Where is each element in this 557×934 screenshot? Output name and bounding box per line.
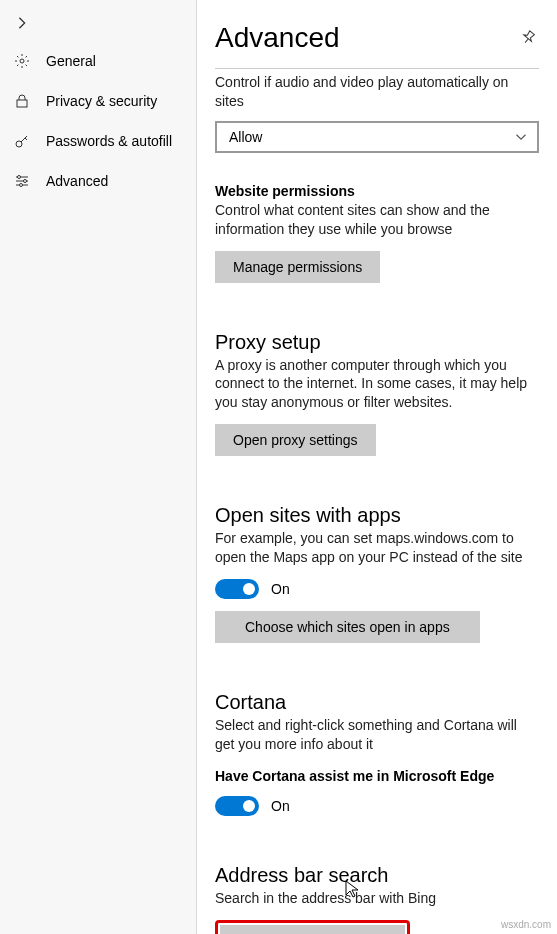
permissions-heading: Website permissions bbox=[215, 183, 539, 199]
lock-icon bbox=[14, 93, 32, 109]
divider bbox=[215, 68, 539, 69]
chevron-down-icon bbox=[515, 131, 527, 143]
sidebar-item-general[interactable]: General bbox=[0, 41, 196, 81]
proxy-heading: Proxy setup bbox=[215, 331, 539, 354]
section-cortana: Cortana Select and right-click something… bbox=[215, 691, 539, 816]
watermark: wsxdn.com bbox=[501, 919, 551, 930]
sidebar-item-label: Advanced bbox=[46, 173, 108, 189]
open-proxy-settings-button[interactable]: Open proxy settings bbox=[215, 424, 376, 456]
open-sites-toggle[interactable] bbox=[215, 579, 259, 599]
sidebar-item-advanced[interactable]: Advanced bbox=[0, 161, 196, 201]
section-open-sites-apps: Open sites with apps For example, you ca… bbox=[215, 504, 539, 643]
sidebar-item-passwords[interactable]: Passwords & autofill bbox=[0, 121, 196, 161]
back-button[interactable] bbox=[2, 5, 42, 41]
sliders-icon bbox=[14, 173, 32, 189]
svg-rect-1 bbox=[17, 100, 27, 107]
chevron-right-icon bbox=[15, 16, 29, 30]
section-address-bar-search: Address bar search Search in the address… bbox=[215, 864, 539, 934]
manage-permissions-button[interactable]: Manage permissions bbox=[215, 251, 380, 283]
sidebar: General Privacy & security Passwords & a… bbox=[0, 0, 197, 934]
svg-point-4 bbox=[24, 180, 27, 183]
gear-icon bbox=[14, 53, 32, 69]
cursor-icon bbox=[345, 880, 359, 898]
permissions-desc: Control what content sites can show and … bbox=[215, 201, 539, 239]
choose-sites-apps-button[interactable]: Choose which sites open in apps bbox=[215, 611, 480, 643]
cortana-toggle-label: On bbox=[271, 798, 290, 814]
media-autoplay-desc: Control if audio and video play automati… bbox=[215, 73, 539, 111]
search-heading: Address bar search bbox=[215, 864, 539, 887]
sidebar-item-label: Passwords & autofill bbox=[46, 133, 172, 149]
page-title: Advanced bbox=[215, 22, 340, 54]
main-content: Advanced Control if audio and video play… bbox=[197, 0, 557, 934]
section-website-permissions: Website permissions Control what content… bbox=[215, 183, 539, 283]
key-icon bbox=[14, 133, 32, 149]
svg-point-3 bbox=[18, 176, 21, 179]
openwith-heading: Open sites with apps bbox=[215, 504, 539, 527]
section-proxy: Proxy setup A proxy is another computer … bbox=[215, 331, 539, 457]
svg-point-0 bbox=[20, 59, 24, 63]
open-sites-toggle-label: On bbox=[271, 581, 290, 597]
cortana-assist-label: Have Cortana assist me in Microsoft Edge bbox=[215, 768, 539, 784]
select-value: Allow bbox=[229, 129, 262, 145]
media-autoplay-select[interactable]: Allow bbox=[215, 121, 539, 153]
cortana-toggle[interactable] bbox=[215, 796, 259, 816]
highlight-annotation: Change search provider bbox=[215, 920, 410, 934]
openwith-desc: For example, you can set maps.windows.co… bbox=[215, 529, 539, 567]
proxy-desc: A proxy is another computer through whic… bbox=[215, 356, 539, 413]
pin-icon[interactable] bbox=[519, 28, 539, 48]
sidebar-item-privacy[interactable]: Privacy & security bbox=[0, 81, 196, 121]
cortana-desc: Select and right-click something and Cor… bbox=[215, 716, 539, 754]
sidebar-item-label: Privacy & security bbox=[46, 93, 157, 109]
cortana-heading: Cortana bbox=[215, 691, 539, 714]
svg-point-5 bbox=[20, 184, 23, 187]
change-search-provider-button[interactable]: Change search provider bbox=[220, 925, 405, 934]
sidebar-item-label: General bbox=[46, 53, 96, 69]
search-desc: Search in the address bar with Bing bbox=[215, 889, 539, 908]
